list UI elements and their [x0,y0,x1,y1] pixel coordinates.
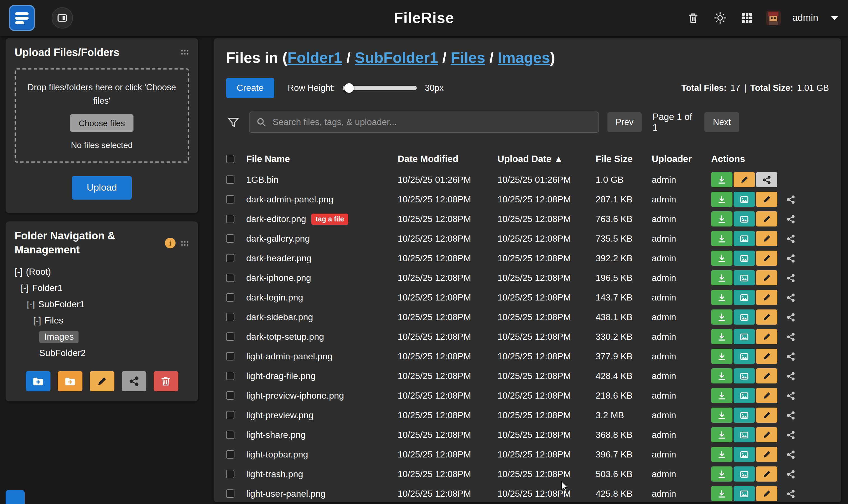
share-button[interactable] [780,368,801,383]
row-checkbox[interactable] [226,431,234,439]
folder-tree-item[interactable]: Images [15,329,189,345]
share-button[interactable] [780,329,801,344]
rename-button[interactable] [756,427,777,442]
file-name[interactable]: dark-editor.png [246,214,306,224]
rename-button[interactable] [756,388,777,403]
row-checkbox[interactable] [226,470,234,478]
rename-button[interactable] [756,231,777,246]
folder-item-selected[interactable]: Images [39,331,79,343]
file-name[interactable]: light-admin-panel.png [246,351,333,361]
slider-thumb[interactable] [344,83,354,93]
table-row[interactable]: light-admin-panel.png 10/25/25 12:08PM 1… [226,346,829,366]
bottom-left-button[interactable] [6,490,25,504]
rename-button[interactable] [756,486,777,501]
preview-button[interactable] [734,290,755,305]
file-name[interactable]: light-preview-iphone.png [246,391,344,400]
create-folder-button[interactable] [25,372,50,392]
folder-item-label[interactable]: Files [44,316,64,326]
file-name[interactable]: light-user-panel.png [246,489,325,499]
rename-button[interactable] [756,466,777,482]
row-checkbox[interactable] [226,215,234,223]
table-row[interactable]: dark-login.png 10/25/25 12:08PM 10/25/25… [226,288,829,307]
file-name[interactable]: dark-totp-setup.png [246,331,324,342]
download-button[interactable] [711,388,732,403]
move-folder-button[interactable] [57,372,82,392]
preview-button[interactable] [734,192,755,207]
row-checkbox[interactable] [226,176,234,184]
row-checkbox[interactable] [226,450,234,458]
table-row[interactable]: light-drag-file.png 10/25/25 12:08PM 10/… [226,366,829,386]
table-row[interactable]: light-user-panel.png 10/25/25 12:08PM 10… [226,484,829,502]
rename-button[interactable] [756,251,777,266]
share-button[interactable] [780,251,801,266]
next-page-button[interactable]: Next [704,112,739,132]
preview-button[interactable] [734,231,755,246]
user-avatar[interactable] [766,11,780,25]
table-row[interactable]: dark-admin-panel.png 10/25/25 12:08PM 10… [226,190,829,209]
table-row[interactable]: light-share.png 10/25/25 12:08PM 10/25/2… [226,425,829,445]
share-button[interactable] [780,211,801,227]
share-button[interactable] [780,309,801,325]
share-button[interactable] [780,486,801,501]
breadcrumb-link[interactable]: Folder1 [287,49,342,66]
row-checkbox[interactable] [226,332,234,341]
file-name[interactable]: light-topbar.png [246,449,308,460]
row-checkbox[interactable] [226,293,234,302]
download-button[interactable] [711,368,732,383]
file-dropzone[interactable]: Drop files/folders here or click 'Choose… [15,68,189,163]
table-row[interactable]: dark-header.png 10/25/25 12:08PM 10/25/2… [226,248,829,268]
search-input[interactable] [271,116,598,128]
col-uploader[interactable]: Uploader [652,153,711,164]
download-button[interactable] [711,231,732,246]
row-checkbox[interactable] [226,195,234,203]
file-name[interactable]: dark-gallery.png [246,234,310,244]
theme-toggle-button[interactable] [712,10,728,26]
col-file-size[interactable]: File Size [596,153,652,164]
table-row[interactable]: light-preview-iphone.png 10/25/25 12:08P… [226,386,829,405]
download-button[interactable] [711,192,732,207]
download-button[interactable] [711,466,732,482]
table-row[interactable]: 1GB.bin 10/25/25 01:26PM 10/25/25 01:26P… [226,170,829,190]
download-button[interactable] [711,309,732,325]
rename-button[interactable] [756,290,777,305]
share-folder-button[interactable] [121,372,146,392]
preview-button[interactable] [734,408,755,423]
folder-item-label[interactable]: SubFolder1 [38,299,84,309]
folder-item-label[interactable]: Folder1 [32,283,63,293]
breadcrumb-link[interactable]: Files [450,49,485,66]
select-all-checkbox[interactable] [226,155,234,163]
row-checkbox[interactable] [226,391,234,400]
file-name[interactable]: dark-header.png [246,253,312,263]
share-button[interactable] [780,427,801,442]
row-checkbox[interactable] [226,411,234,419]
share-button[interactable] [756,172,777,187]
download-button[interactable] [711,408,732,423]
preview-button[interactable] [734,309,755,325]
share-button[interactable] [780,466,801,482]
create-button[interactable]: Create [226,78,274,98]
table-row[interactable]: dark-totp-setup.png 10/25/25 12:08PM 10/… [226,327,829,346]
preview-button[interactable] [734,251,755,266]
apps-grid-button[interactable] [740,11,754,25]
share-button[interactable] [780,192,801,207]
row-checkbox[interactable] [226,372,234,380]
upload-button[interactable]: Upload [71,176,132,200]
share-button[interactable] [780,231,801,246]
row-checkbox[interactable] [226,254,234,263]
row-checkbox[interactable] [226,274,234,282]
user-menu-button[interactable] [830,15,839,21]
preview-button[interactable] [734,270,755,285]
share-button[interactable] [780,349,801,364]
download-button[interactable] [711,447,732,462]
row-checkbox[interactable] [226,352,234,360]
folder-tree-item[interactable]: [-]Folder1 [15,280,189,296]
table-row[interactable]: dark-gallery.png 10/25/25 12:08PM 10/25/… [226,229,829,248]
download-button[interactable] [711,329,732,344]
tree-toggle[interactable]: [-] [15,267,22,277]
file-name[interactable]: light-drag-file.png [246,371,316,381]
table-row[interactable]: light-preview.png 10/25/25 12:08PM 10/25… [226,405,829,425]
folder-tree-item[interactable]: [-](Root) [15,264,189,280]
preview-button[interactable] [734,388,755,403]
tree-toggle[interactable]: [-] [33,316,41,326]
trash-view-button[interactable] [686,11,700,25]
